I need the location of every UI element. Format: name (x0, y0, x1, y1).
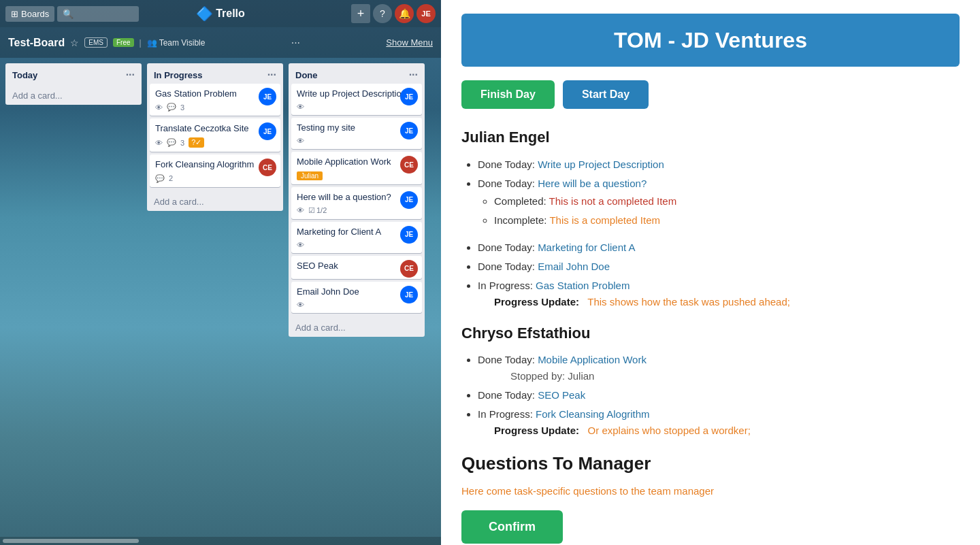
star-icon[interactable]: ☆ (70, 37, 79, 48)
item-text: Write up Project Description (538, 159, 664, 170)
card-title-8: Marketing for Client A (297, 226, 416, 238)
card-avatar-je-1: JE (259, 88, 276, 105)
list-title-today: Today (12, 70, 37, 80)
card-title-3: Fork Cleansing Alogrithm (155, 159, 275, 171)
start-day-button[interactable]: Start Day (563, 80, 649, 109)
card-seo[interactable]: CE SEO Peak (291, 256, 422, 279)
report-content: Julian Engel Done Today: Write up Projec… (461, 125, 960, 544)
in-progress-prefix: In Progress: (478, 408, 536, 420)
divider: | (140, 38, 142, 48)
trello-logo-icon: 🔷 (196, 5, 213, 22)
list-cards-in-progress: JE Gas Station Problem 👁 💬 3 JE Translat… (147, 84, 283, 193)
checklist-badge: ☑ 1/2 (308, 206, 327, 215)
list-dots-today[interactable]: ··· (126, 69, 135, 81)
trello-logo: 🔷 Trello (196, 5, 245, 22)
eye-icon-4: 👁 (297, 103, 304, 111)
completed-label: Completed: (494, 195, 549, 207)
eye-icon-10: 👁 (297, 301, 304, 309)
show-menu-button[interactable]: Show Menu (386, 37, 433, 48)
search-icon: 🔍 (63, 9, 74, 19)
card-avatar-je-4: JE (400, 122, 418, 139)
add-button[interactable]: + (351, 4, 370, 23)
add-card-in-progress[interactable]: Add a card... (147, 193, 283, 211)
trello-logo-text: Trello (216, 7, 245, 20)
eye-icon-1: 👁 (155, 103, 163, 112)
board-title: Test-Board (8, 37, 65, 49)
info-button[interactable]: ? (373, 4, 392, 23)
checklist-count: 1/2 (316, 206, 327, 214)
list-title-done: Done (295, 70, 318, 80)
incomplete-label: Incomplete: (494, 214, 549, 226)
list-title-in-progress: In Progress (154, 70, 203, 80)
badge-yellow-2: ?✓ (189, 137, 204, 148)
team-icon: 👥 (147, 38, 157, 48)
done-prefix: Done Today: (478, 178, 538, 189)
sub-item: Completed: This is not a completed Item (494, 193, 960, 210)
chryso-items: Done Today: Mobile Application Work Stop… (478, 352, 960, 439)
card-translate[interactable]: JE Translate Ceczotka Site 👁 💬 3 ?✓ (150, 118, 280, 152)
confirm-button[interactable]: Confirm (461, 510, 563, 544)
list-dots-in-progress[interactable]: ··· (267, 69, 276, 81)
comment-icon-3: 💬 (155, 174, 165, 183)
report-panel: TOM - JD Ventures Finish Day Start Day J… (441, 0, 980, 545)
card-title-7: Here will be a question? (297, 191, 416, 203)
card-gas-station[interactable]: JE Gas Station Problem 👁 💬 3 (150, 84, 280, 116)
item-text: Gas Station Problem (536, 280, 630, 291)
list-dots-done[interactable]: ··· (409, 69, 418, 81)
card-mobile-app[interactable]: CE Mobile Application Work Julian (291, 152, 422, 184)
eye-icon-5: 👁 (297, 137, 304, 145)
horizontal-scrollbar[interactable] (0, 537, 441, 545)
card-testing[interactable]: JE Testing my site 👁 (291, 118, 422, 149)
card-question[interactable]: JE Here will be a question? 👁 ☑ 1/2 (291, 187, 422, 219)
board-dots-button[interactable]: ··· (291, 37, 300, 49)
scrollbar-thumb (3, 539, 139, 543)
action-buttons: Finish Day Start Day (461, 80, 960, 109)
project-banner: TOM - JD Ventures (461, 14, 960, 67)
item-text: Marketing for Client A (538, 242, 635, 253)
chryso-name: Chryso Efstathiou (461, 321, 960, 345)
comment-icon-1: 💬 (167, 103, 176, 112)
card-write-up[interactable]: JE Write up Project Description 👁 (291, 84, 422, 115)
card-avatar-je-6: JE (400, 226, 418, 244)
eye-icon-8: 👁 (297, 241, 304, 249)
trello-panel: ⊞ Boards 🔍 🔷 Trello + ? 🔔 JE Test-Board … (0, 0, 441, 545)
card-avatar-je-2: JE (259, 122, 276, 140)
card-fork-cleansing[interactable]: CE Fork Cleansing Alogrithm 💬 2 (150, 154, 280, 186)
eye-icon-7: 👁 (297, 206, 304, 214)
progress-update-1: Progress Update: This shows how the task… (494, 294, 960, 310)
card-meta-7: 👁 ☑ 1/2 (297, 206, 416, 215)
boards-button[interactable]: ⊞ Boards (5, 6, 54, 22)
card-title-6: Mobile Application Work (297, 156, 416, 168)
card-avatar-je-7: JE (400, 286, 418, 303)
add-card-today[interactable]: Add a card... (5, 86, 142, 105)
trello-navbar: ⊞ Boards 🔍 🔷 Trello + ? 🔔 JE (0, 0, 441, 27)
card-title-9: SEO Peak (297, 260, 416, 272)
card-email[interactable]: JE Email John Doe 👁 (291, 282, 422, 313)
list-item: Done Today: Here will be a question? Com… (478, 176, 960, 229)
progress-update-2: Progress Update: Or explains who stopped… (494, 423, 960, 439)
sub-items: Completed: This is not a completed Item … (494, 193, 960, 229)
finish-day-button[interactable]: Finish Day (461, 80, 555, 109)
card-marketing[interactable]: JE Marketing for Client A 👁 (291, 222, 422, 253)
card-title-2: Translate Ceczotka Site (155, 122, 275, 135)
list-item: Done Today: Marketing for Client A (478, 240, 960, 256)
user-avatar-nav[interactable]: JE (416, 4, 436, 23)
chryso-section: Chryso Efstathiou Done Today: Mobile App… (461, 321, 960, 439)
board-header: Test-Board ☆ EMS Free | 👥 Team Visible ·… (0, 27, 441, 58)
add-card-done[interactable]: Add a card... (289, 318, 425, 337)
item-text: SEO Peak (538, 389, 585, 401)
progress-text: This shows how the task was pushed ahead… (587, 296, 790, 308)
julian-name: Julian Engel (461, 125, 960, 149)
item-text: Email John Doe (538, 261, 610, 272)
questions-section: Questions To Manager Here come task-spec… (461, 450, 960, 544)
search-bar[interactable]: 🔍 (57, 6, 139, 22)
card-avatar-je-5: JE (400, 191, 418, 209)
eye-icon-2: 👁 (155, 139, 163, 147)
list-item: In Progress: Gas Station Problem Progres… (478, 278, 960, 310)
notification-button[interactable]: 🔔 (395, 4, 414, 23)
item-text: Fork Cleansing Alogrithm (536, 408, 650, 420)
comment-icon-2: 💬 (167, 138, 176, 147)
list-item: Done Today: SEO Peak (478, 387, 960, 403)
list-in-progress: In Progress ··· JE Gas Station Problem 👁… (147, 63, 283, 211)
stopped-by-1: Stopped by: Julian (510, 368, 960, 384)
